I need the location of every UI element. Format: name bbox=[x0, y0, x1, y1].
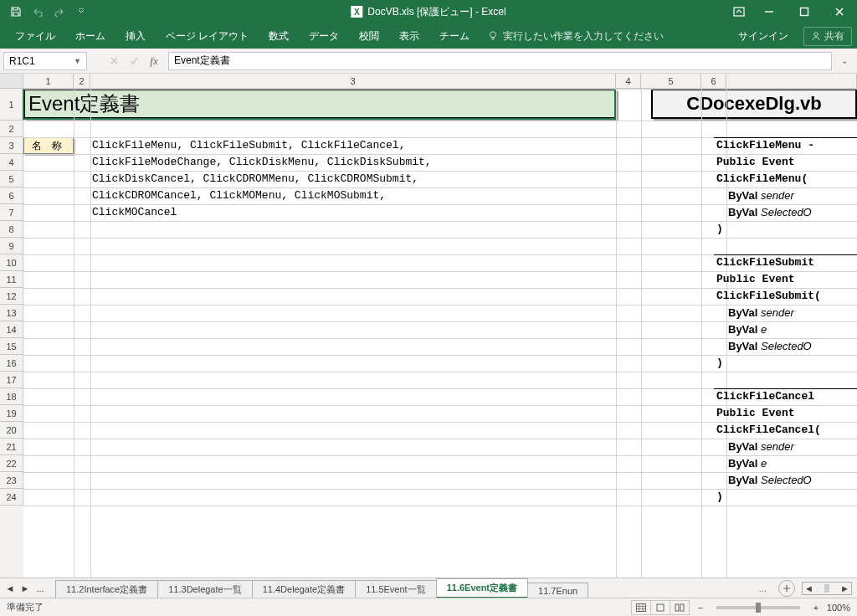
name-box[interactable]: R1C1 ▼ bbox=[3, 52, 87, 70]
row-header[interactable]: 7 bbox=[0, 204, 23, 221]
cell-text[interactable]: ClickFileModeChange, ClickDiskMenu, Clic… bbox=[92, 156, 432, 168]
row-header[interactable]: 17 bbox=[0, 372, 23, 388]
tab-nav-next-icon[interactable]: ► bbox=[18, 582, 32, 595]
tab-file[interactable]: ファイル bbox=[5, 23, 65, 49]
select-all-corner[interactable] bbox=[0, 74, 23, 88]
page-break-view-button[interactable] bbox=[670, 600, 690, 615]
maximize-button[interactable] bbox=[787, 0, 822, 23]
save-icon[interactable] bbox=[7, 3, 25, 21]
column-header[interactable]: 2 bbox=[74, 74, 90, 88]
row-header[interactable]: 22 bbox=[0, 455, 23, 472]
column-header[interactable]: 5 bbox=[641, 74, 701, 88]
code-line[interactable]: ByVal e bbox=[728, 323, 767, 336]
row-header[interactable]: 9 bbox=[0, 238, 23, 254]
row-header[interactable]: 16 bbox=[0, 355, 23, 372]
minimize-button[interactable] bbox=[752, 0, 787, 23]
sign-in-link[interactable]: サインイン bbox=[738, 29, 788, 44]
label-cell[interactable]: 名 称 bbox=[23, 137, 74, 154]
tab-formulas[interactable]: 数式 bbox=[259, 23, 299, 49]
tab-home[interactable]: ホーム bbox=[65, 23, 115, 49]
cell-text[interactable]: ClickMOCancel bbox=[92, 206, 177, 218]
tab-nav-prev-icon[interactable]: ◄ bbox=[3, 582, 17, 595]
qat-customize-icon[interactable] bbox=[72, 3, 90, 21]
code-line[interactable]: ) bbox=[716, 490, 723, 503]
tab-overflow[interactable]: ... bbox=[754, 583, 772, 593]
code-line[interactable]: ClickFileSubmit bbox=[716, 256, 814, 269]
insert-function-button[interactable]: fx bbox=[145, 52, 163, 70]
row-header[interactable]: 11 bbox=[0, 271, 23, 288]
row-header[interactable]: 5 bbox=[0, 171, 23, 187]
code-line[interactable]: ClickFileMenu( bbox=[716, 172, 808, 185]
code-line[interactable]: ByVal sender bbox=[728, 189, 794, 203]
tab-data[interactable]: データ bbox=[299, 23, 349, 49]
cell-text[interactable]: ClickDiskCancel, ClickCDROMMenu, ClickCD… bbox=[92, 172, 418, 185]
row-header[interactable]: 13 bbox=[0, 305, 23, 321]
code-line[interactable]: ByVal sender bbox=[728, 306, 794, 320]
code-line[interactable]: Public Event bbox=[716, 156, 795, 168]
code-line[interactable]: ByVal e bbox=[728, 457, 767, 470]
code-line[interactable]: ClickFileMenu - bbox=[716, 139, 814, 151]
zoom-slider[interactable] bbox=[716, 606, 800, 609]
code-line[interactable]: ClickFileCancel( bbox=[716, 424, 821, 436]
code-line[interactable]: ) bbox=[716, 223, 723, 235]
tab-review[interactable]: 校閲 bbox=[349, 23, 389, 49]
zoom-level[interactable]: 100% bbox=[827, 603, 850, 613]
tab-insert[interactable]: 挿入 bbox=[115, 23, 156, 49]
column-header[interactable]: 6 bbox=[701, 74, 726, 88]
tab-team[interactable]: チーム bbox=[429, 23, 480, 49]
redo-icon[interactable] bbox=[50, 3, 69, 21]
undo-icon[interactable] bbox=[28, 3, 47, 21]
sheet-tab[interactable]: 11.6Event定義書 bbox=[436, 578, 528, 598]
sheet-tab[interactable]: 11.4Delegate定義書 bbox=[252, 580, 356, 598]
tell-me-search[interactable]: 実行したい作業を入力してください bbox=[488, 29, 664, 44]
tab-nav-ellipsis[interactable]: ... bbox=[33, 582, 47, 595]
ribbon-display-options-icon[interactable] bbox=[726, 0, 752, 23]
expand-formula-bar-icon[interactable]: ⌄ bbox=[837, 56, 852, 65]
close-button[interactable] bbox=[822, 0, 857, 23]
code-line[interactable]: ClickFileCancel bbox=[716, 390, 814, 403]
row-header[interactable]: 8 bbox=[0, 221, 23, 238]
row-header[interactable]: 18 bbox=[0, 388, 23, 405]
column-header-rest[interactable] bbox=[726, 74, 857, 88]
tab-view[interactable]: 表示 bbox=[389, 23, 429, 49]
sheet-tab[interactable]: 11.5Event一覧 bbox=[355, 580, 437, 598]
code-line[interactable]: ) bbox=[716, 357, 723, 369]
new-sheet-button[interactable] bbox=[778, 580, 795, 597]
row-header[interactable]: 2 bbox=[0, 121, 23, 137]
zoom-out-button[interactable]: − bbox=[695, 602, 706, 613]
row-header[interactable]: 1 bbox=[0, 89, 23, 121]
row-header[interactable]: 4 bbox=[0, 154, 23, 171]
code-line[interactable]: Public Event bbox=[716, 407, 795, 419]
chevron-down-icon[interactable]: ▼ bbox=[74, 57, 81, 65]
sheet-tab[interactable]: 11.2Interface定義書 bbox=[55, 580, 158, 598]
file-title-cell[interactable]: CDocexeDlg.vb bbox=[651, 89, 857, 119]
column-header[interactable]: 4 bbox=[616, 74, 641, 88]
code-line[interactable]: ByVal SelectedO bbox=[728, 474, 812, 487]
row-header[interactable]: 19 bbox=[0, 405, 23, 422]
horizontal-scrollbar[interactable]: ◄ ► bbox=[802, 582, 852, 595]
row-header[interactable]: 3 bbox=[0, 137, 23, 154]
title-cell[interactable]: Event定義書 bbox=[23, 89, 616, 119]
code-line[interactable]: ByVal sender bbox=[728, 440, 794, 454]
formula-input[interactable]: Event定義書 bbox=[168, 52, 832, 70]
scroll-thumb[interactable] bbox=[824, 584, 829, 593]
cells-canvas[interactable]: Event定義書 CDocexeDlg.vb 名 称 ClickFileMenu… bbox=[23, 89, 857, 578]
cell-text[interactable]: ClickCDROMCancel, ClickMOMenu, ClickMOSu… bbox=[92, 189, 386, 202]
enter-formula-icon[interactable] bbox=[125, 52, 143, 70]
zoom-in-button[interactable]: + bbox=[810, 602, 822, 613]
zoom-thumb[interactable] bbox=[756, 603, 761, 613]
code-line[interactable]: ByVal SelectedO bbox=[728, 206, 812, 219]
row-header[interactable]: 12 bbox=[0, 288, 23, 305]
cancel-formula-icon[interactable] bbox=[105, 52, 123, 70]
row-header[interactable]: 6 bbox=[0, 187, 23, 204]
row-header[interactable]: 10 bbox=[0, 254, 23, 271]
normal-view-button[interactable] bbox=[631, 600, 651, 615]
row-header[interactable]: 23 bbox=[0, 472, 23, 489]
scroll-right-icon[interactable]: ► bbox=[840, 583, 849, 593]
code-line[interactable]: Public Event bbox=[716, 273, 795, 285]
page-layout-view-button[interactable] bbox=[650, 600, 670, 615]
share-button[interactable]: 共有 bbox=[803, 27, 852, 46]
code-line[interactable]: ClickFileSubmit( bbox=[716, 290, 821, 302]
row-header[interactable]: 20 bbox=[0, 422, 23, 439]
row-header[interactable]: 24 bbox=[0, 489, 23, 506]
